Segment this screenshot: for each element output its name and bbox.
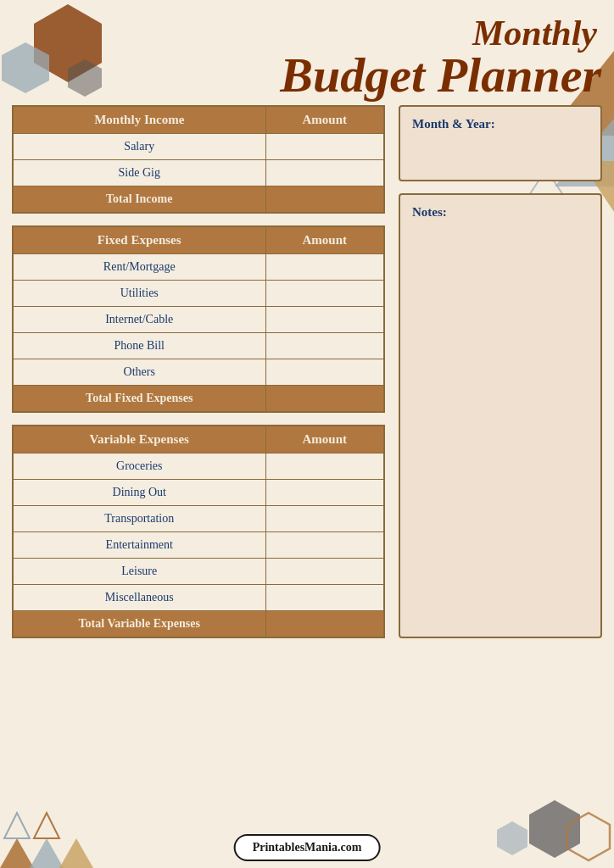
svg-marker-11 xyxy=(34,813,59,838)
row-label: Entertainment xyxy=(13,532,265,559)
row-label: Internet/Cable xyxy=(13,307,265,333)
table-row: Utilities xyxy=(13,281,384,307)
footer-badge: PrintablesMania.com xyxy=(234,834,381,861)
row-amount xyxy=(265,160,384,186)
row-label: Miscellaneous xyxy=(13,585,265,611)
svg-marker-7 xyxy=(0,838,34,868)
variable-col2-header: Amount xyxy=(265,426,384,453)
variable-col1-header: Variable Expenses xyxy=(13,426,265,453)
row-label: Groceries xyxy=(13,453,265,480)
income-col2-header: Amount xyxy=(265,106,384,134)
row-label: Dining Out xyxy=(13,480,265,506)
svg-marker-9 xyxy=(59,838,93,868)
row-amount xyxy=(265,453,384,480)
table-row: Dining Out xyxy=(13,480,384,506)
table-row: Internet/Cable xyxy=(13,307,384,333)
row-amount xyxy=(265,254,384,281)
header-monthly: Monthly xyxy=(0,15,597,51)
table-row: Rent/Mortgage xyxy=(13,254,384,281)
table-row: Salary xyxy=(13,134,384,160)
row-amount xyxy=(265,359,384,386)
total-income-label: Total Income xyxy=(13,186,265,214)
row-amount xyxy=(265,585,384,611)
table-row: Entertainment xyxy=(13,532,384,559)
row-label: Rent/Mortgage xyxy=(13,254,265,281)
row-amount xyxy=(265,307,384,333)
row-amount xyxy=(265,506,384,532)
month-year-box[interactable]: Month & Year: xyxy=(399,105,602,181)
table-row: Side Gig xyxy=(13,160,384,186)
row-label: Salary xyxy=(13,134,265,160)
total-variable-label: Total Variable Expenses xyxy=(13,611,265,638)
income-col1-header: Monthly Income xyxy=(13,106,265,134)
row-label: Transportation xyxy=(13,506,265,532)
svg-marker-8 xyxy=(30,838,64,868)
fixed-col2-header: Amount xyxy=(265,226,384,254)
main-content: Monthly Income Amount SalarySide Gig Tot… xyxy=(0,105,614,638)
deco-bottom-left xyxy=(0,796,144,868)
footer: PrintablesMania.com xyxy=(234,834,381,861)
svg-marker-14 xyxy=(497,821,527,855)
row-amount xyxy=(265,480,384,506)
row-amount xyxy=(265,134,384,160)
row-label: Phone Bill xyxy=(13,333,265,359)
total-variable-value xyxy=(265,611,384,638)
table-row: Groceries xyxy=(13,453,384,480)
fixed-col1-header: Fixed Expenses xyxy=(13,226,265,254)
table-row: Leisure xyxy=(13,559,384,585)
row-amount xyxy=(265,281,384,307)
month-year-label: Month & Year: xyxy=(412,117,589,131)
svg-marker-10 xyxy=(4,813,30,838)
svg-marker-12 xyxy=(529,800,580,858)
header-budget: Budget Planner xyxy=(0,51,601,100)
page-header: Monthly Budget Planner xyxy=(0,0,614,105)
notes-label: Notes: xyxy=(412,205,589,220)
total-fixed-value xyxy=(265,386,384,413)
deco-bottom-right xyxy=(470,796,614,868)
left-column: Monthly Income Amount SalarySide Gig Tot… xyxy=(12,105,385,638)
variable-table: Variable Expenses Amount GroceriesDining… xyxy=(12,425,385,638)
row-label: Utilities xyxy=(13,281,265,307)
income-table: Monthly Income Amount SalarySide Gig Tot… xyxy=(12,105,385,214)
notes-box[interactable]: Notes: xyxy=(399,193,602,638)
row-label: Leisure xyxy=(13,559,265,585)
table-row: Others xyxy=(13,359,384,386)
row-amount xyxy=(265,333,384,359)
total-income-value xyxy=(265,186,384,214)
table-row: Transportation xyxy=(13,506,384,532)
table-row: Miscellaneous xyxy=(13,585,384,611)
row-amount xyxy=(265,559,384,585)
row-label: Others xyxy=(13,359,265,386)
fixed-table: Fixed Expenses Amount Rent/MortgageUtili… xyxy=(12,225,385,413)
row-amount xyxy=(265,532,384,559)
total-fixed-label: Total Fixed Expenses xyxy=(13,386,265,413)
row-label: Side Gig xyxy=(13,160,265,186)
right-column: Month & Year: Notes: xyxy=(399,105,602,638)
table-row: Phone Bill xyxy=(13,333,384,359)
